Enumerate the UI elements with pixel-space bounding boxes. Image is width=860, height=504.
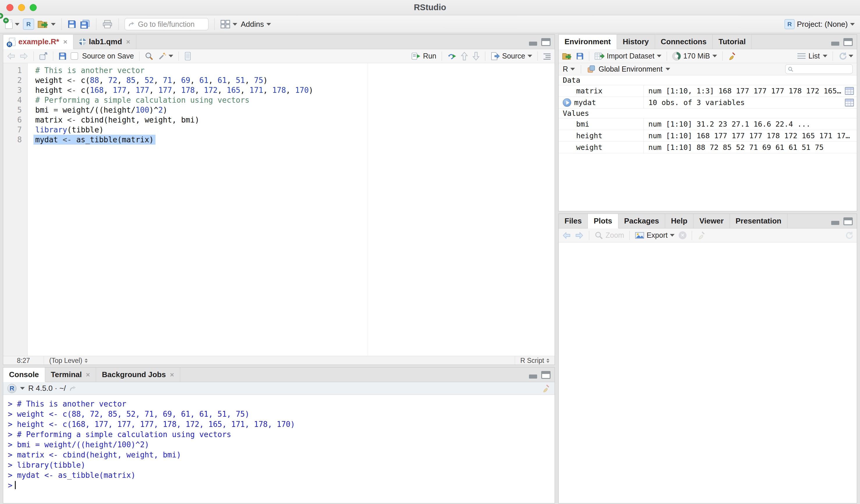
tab-presentation[interactable]: Presentation [730, 214, 788, 228]
save-workspace-icon[interactable] [576, 53, 584, 60]
doctype-selector[interactable]: R Script [515, 356, 555, 365]
scope-selector[interactable]: (Top Level) [44, 356, 93, 365]
remove-plot-icon[interactable]: × [679, 231, 687, 239]
new-file-caret-icon[interactable] [15, 23, 19, 26]
r-version-caret-icon[interactable] [20, 387, 25, 390]
code-text[interactable]: library(tibble) [33, 125, 105, 135]
tab-example-r[interactable]: R example.R* × [3, 35, 73, 49]
tab-tutorial[interactable]: Tutorial [713, 35, 752, 49]
code-text[interactable]: height <- c(168, 177, 177, 177, 178, 172… [33, 85, 315, 95]
run-button[interactable]: Run [411, 52, 436, 60]
clear-console-broom-icon[interactable] [542, 384, 550, 393]
pane-layout-caret-icon[interactable] [233, 23, 237, 26]
tab-lab1-qmd[interactable]: lab1.qmd × [73, 35, 136, 49]
goto-directory-icon[interactable] [69, 385, 77, 392]
previous-plot-icon[interactable] [562, 232, 571, 239]
goto-file-search[interactable] [125, 18, 209, 30]
tab-plots[interactable]: Plots [588, 214, 618, 228]
language-selector[interactable]: R [563, 65, 575, 73]
code-text[interactable]: # This is another vector [33, 65, 146, 75]
new-file-button[interactable]: + [5, 20, 19, 29]
next-plot-icon[interactable] [575, 232, 584, 239]
open-file-button[interactable] [38, 20, 56, 29]
close-tab-icon[interactable]: × [86, 371, 90, 379]
source-button[interactable]: Source [490, 52, 532, 60]
forward-icon[interactable] [19, 53, 28, 60]
tab-environment[interactable]: Environment [559, 35, 617, 49]
expand-object-icon[interactable] [563, 98, 571, 107]
document-outline-icon[interactable] [543, 53, 551, 60]
close-tab-icon[interactable]: × [63, 38, 67, 46]
code-text[interactable]: matrix <- cbind(height, weight, bmi) [33, 115, 201, 125]
addins-button[interactable]: Addins [241, 20, 271, 29]
environment-object-row[interactable]: bminum [1:10] 31.2 23 27.1 16.6 22.4 ... [559, 118, 857, 130]
clear-environment-broom-icon[interactable] [728, 52, 736, 60]
tab-terminal[interactable]: Terminal × [45, 368, 96, 382]
minimize-pane-icon[interactable] [529, 374, 537, 379]
environment-search[interactable] [785, 64, 853, 74]
tab-history[interactable]: History [617, 35, 655, 49]
minimize-pane-icon[interactable] [831, 42, 839, 46]
project-menu-button[interactable]: R Project: (None) [785, 19, 855, 29]
goto-file-input[interactable] [138, 20, 205, 29]
code-text[interactable]: # Performing a simple calculation using … [33, 95, 251, 105]
refresh-plots-icon[interactable] [845, 231, 853, 240]
code-line[interactable]: 1# This is another vector [3, 65, 555, 75]
go-next-section-icon[interactable] [472, 52, 480, 60]
go-prev-section-icon[interactable] [461, 52, 468, 60]
code-line[interactable]: 7library(tibble) [3, 125, 555, 135]
code-line[interactable]: 3height <- c(168, 177, 177, 177, 178, 17… [3, 85, 555, 95]
load-workspace-icon[interactable] [562, 52, 572, 60]
new-project-button[interactable]: R+ [23, 19, 34, 30]
popout-window-icon[interactable] [39, 52, 48, 60]
compile-report-icon[interactable] [184, 52, 191, 60]
scope-selector[interactable]: Global Environment [587, 65, 670, 73]
source-on-save-checkbox[interactable] [71, 53, 78, 60]
export-plot-button[interactable]: Export [635, 231, 675, 239]
maximize-pane-icon[interactable] [541, 38, 550, 46]
environment-object-row[interactable]: weightnum [1:10] 88 72 85 52 71 69 61 61… [559, 142, 857, 153]
close-tab-icon[interactable]: × [170, 371, 174, 379]
environment-object-row[interactable]: matrixnum [1:10, 1:3] 168 177 177 177 17… [559, 85, 857, 97]
tab-background-jobs[interactable]: Background Jobs × [96, 368, 180, 382]
save-icon[interactable] [58, 52, 67, 60]
code-line[interactable]: 8mydat <- as_tibble(matrix) [3, 135, 555, 145]
code-text[interactable]: weight <- c(88, 72, 85, 52, 71, 69, 61, … [33, 75, 269, 85]
tab-packages[interactable]: Packages [618, 214, 665, 228]
tab-help[interactable]: Help [665, 214, 693, 228]
tab-viewer[interactable]: Viewer [693, 214, 730, 228]
code-text-selected[interactable]: mydat <- as_tibble(matrix) [33, 135, 156, 145]
zoom-plot-button[interactable]: Zoom [594, 231, 624, 240]
environment-object-row[interactable]: heightnum [1:10] 168 177 177 177 178 172… [559, 130, 857, 142]
clear-plots-broom-icon[interactable] [697, 231, 706, 240]
code-line[interactable]: 6matrix <- cbind(height, weight, bmi) [3, 115, 555, 125]
maximize-pane-icon[interactable] [843, 217, 853, 225]
code-line[interactable]: 2weight <- c(88, 72, 85, 52, 71, 69, 61,… [3, 75, 555, 85]
environment-object-row[interactable]: mydat10 obs. of 3 variables [559, 97, 857, 108]
maximize-pane-icon[interactable] [541, 371, 550, 379]
print-button[interactable] [102, 20, 113, 29]
tab-console[interactable]: Console [3, 368, 45, 382]
rerun-icon[interactable] [447, 52, 457, 60]
open-file-caret-icon[interactable] [51, 23, 56, 26]
addins-caret-icon[interactable] [267, 23, 271, 26]
minimize-pane-icon[interactable] [529, 42, 537, 46]
list-view-button[interactable]: List [798, 52, 827, 60]
code-tools-button[interactable] [158, 52, 173, 60]
save-all-button[interactable] [80, 19, 90, 29]
environment-search-input[interactable] [795, 65, 850, 73]
tab-files[interactable]: Files [559, 214, 588, 228]
code-editor[interactable]: 1# This is another vector2weight <- c(88… [3, 63, 555, 356]
back-icon[interactable] [7, 53, 15, 60]
tab-connections[interactable]: Connections [655, 35, 713, 49]
code-text[interactable]: bmi = weight/((height/100)^2) [33, 105, 169, 115]
find-replace-icon[interactable] [145, 52, 154, 60]
memory-usage-button[interactable]: 170 MiB [672, 52, 717, 60]
import-dataset-button[interactable]: Import Dataset [594, 52, 661, 60]
close-tab-icon[interactable]: × [126, 38, 130, 46]
console-output[interactable]: > # This is another vector> weight <- c(… [3, 395, 555, 491]
refresh-environment-button[interactable] [838, 52, 853, 60]
console-prompt[interactable]: > [8, 480, 555, 491]
save-button[interactable] [68, 20, 76, 29]
minimize-pane-icon[interactable] [831, 221, 839, 225]
